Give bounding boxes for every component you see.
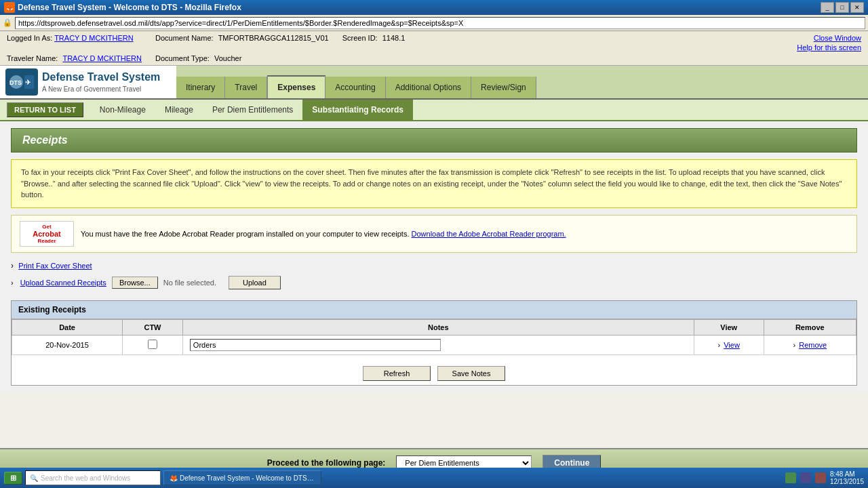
receipts-table-head: Date CTW Notes View Remove bbox=[12, 319, 856, 335]
receipts-content: Receipts To fax in your receipts click "… bbox=[0, 121, 868, 392]
nav-tab-review-sign[interactable]: Review/Sign bbox=[471, 77, 536, 98]
main-content: Receipts To fax in your receipts click "… bbox=[0, 121, 868, 448]
nav-tab-travel[interactable]: Travel bbox=[225, 77, 267, 98]
table-row: 20-Nov-2015 › View bbox=[12, 335, 856, 354]
title-bar: 🦊 Defense Travel System - Welcome to DTS… bbox=[0, 0, 868, 15]
col-header-date: Date bbox=[12, 319, 123, 335]
traveler-link[interactable]: TRACY D MCKITHERN bbox=[62, 54, 142, 62]
col-header-remove: Remove bbox=[764, 319, 856, 335]
sub-tab-per-diem[interactable]: Per Diem Entitlements bbox=[203, 100, 302, 120]
upload-bullet: › bbox=[11, 279, 14, 287]
help-link[interactable]: Help for this screen bbox=[797, 43, 861, 52]
remove-link[interactable]: Remove bbox=[799, 341, 827, 349]
window-title: Defense Travel System - Welcome to DTS -… bbox=[18, 3, 241, 12]
nav-tab-additional-options[interactable]: Additional Options bbox=[386, 77, 471, 98]
upload-button[interactable]: Upload bbox=[229, 276, 281, 289]
browse-button[interactable]: Browse... bbox=[112, 277, 158, 289]
col-header-view: View bbox=[694, 319, 764, 335]
sub-tab-non-mileage[interactable]: Non-Mileage bbox=[90, 100, 155, 120]
dts-logo-text: Defense Travel System A New Era of Gover… bbox=[42, 70, 160, 94]
fax-bullet: › bbox=[11, 261, 14, 270]
maximize-btn[interactable]: □ bbox=[835, 2, 849, 13]
adobe-download-link[interactable]: Download the Adobe Acrobat Reader progra… bbox=[412, 230, 566, 238]
row-date: 20-Nov-2015 bbox=[12, 335, 123, 354]
traveler-name-field: Traveler Name: TRACY D MCKITHERN bbox=[7, 54, 142, 62]
info-bar: Logged In As: TRACY D MCKITHERN Document… bbox=[0, 31, 868, 66]
view-link[interactable]: View bbox=[724, 341, 740, 349]
refresh-button[interactable]: Refresh bbox=[363, 366, 431, 381]
systray-icon-2 bbox=[800, 472, 811, 483]
nav-tab-itinerary[interactable]: Itinerary bbox=[176, 77, 225, 98]
dts-subtitle: A New Era of Government Travel bbox=[42, 85, 160, 94]
dts-title: Defense Travel System bbox=[42, 70, 160, 85]
proceed-label: Proceed to the following page: bbox=[267, 458, 386, 468]
search-placeholder: Search the web and Windows bbox=[41, 474, 130, 482]
screen-id-field: Screen ID: 1148.1 bbox=[342, 34, 784, 52]
active-window-label: Defense Travel System - Welcome to DTS -… bbox=[180, 474, 315, 482]
adobe-text-content: You must have the free Adobe Acrobat Rea… bbox=[81, 230, 566, 238]
user-link[interactable]: TRACY D MCKITHERN bbox=[54, 34, 134, 42]
svg-text:✈: ✈ bbox=[25, 79, 31, 86]
taskbar-right: 8:48 AM 12/13/2015 bbox=[785, 470, 864, 485]
clock: 8:48 AM 12/13/2015 bbox=[830, 470, 864, 485]
document-type-field: Document Type: Voucher bbox=[155, 54, 329, 62]
notes-input[interactable] bbox=[190, 339, 441, 351]
receipts-info-text: To fax in your receipts click "Print Fax… bbox=[21, 168, 842, 199]
row-view: › View bbox=[694, 335, 764, 354]
receipts-table-header-row: Date CTW Notes View Remove bbox=[12, 319, 856, 335]
receipts-info-box: To fax in your receipts click "Print Fax… bbox=[11, 159, 857, 208]
sub-tab-mileage[interactable]: Mileage bbox=[155, 100, 203, 120]
col-header-ctw: CTW bbox=[123, 319, 183, 335]
view-arrow: › bbox=[717, 341, 720, 349]
adobe-acrobat: Acrobat bbox=[33, 230, 61, 238]
date: 12/13/2015 bbox=[830, 478, 864, 485]
dts-logo: DTS ✈ Defense Travel System A New Era of… bbox=[0, 66, 176, 98]
taskbar: ⊞ 🔍 Search the web and Windows 🦊 Defense… bbox=[0, 468, 868, 488]
svg-text:DTS: DTS bbox=[9, 79, 22, 86]
upload-scanned-receipts-link[interactable]: Upload Scanned Receipts bbox=[20, 279, 106, 287]
receipts-heading: Receipts bbox=[11, 128, 857, 152]
address-bar: 🔒 bbox=[0, 15, 868, 31]
dts-header: DTS ✈ Defense Travel System A New Era of… bbox=[0, 66, 868, 100]
col-header-notes: Notes bbox=[182, 319, 694, 335]
minimize-btn[interactable]: _ bbox=[821, 2, 834, 13]
save-notes-button[interactable]: Save Notes bbox=[437, 366, 505, 381]
adobe-box: Get Acrobat Reader You must have the fre… bbox=[11, 215, 857, 253]
no-file-text: No file selected. bbox=[163, 279, 216, 287]
systray-icon-3 bbox=[815, 472, 826, 483]
document-name-field: Document Name: TMFORTBRAGGCA112815_V01 bbox=[155, 34, 329, 52]
adobe-get: Get bbox=[42, 224, 51, 230]
nav-tab-accounting[interactable]: Accounting bbox=[326, 77, 385, 98]
dts-logo-icon: DTS ✈ bbox=[5, 68, 38, 96]
nav-tab-expenses[interactable]: Expenses bbox=[267, 75, 326, 98]
logged-in-label: Logged In As: TRACY D MCKITHERN bbox=[7, 34, 142, 52]
browser-icon: 🦊 bbox=[4, 2, 15, 13]
url-input[interactable] bbox=[15, 17, 865, 29]
close-window-link[interactable]: Close Window bbox=[814, 34, 861, 42]
upload-row: › Upload Scanned Receipts Browse... No f… bbox=[11, 276, 857, 289]
receipts-table-body: 20-Nov-2015 › View bbox=[12, 335, 856, 354]
lock-icon: 🔒 bbox=[3, 18, 12, 27]
page-wrapper: 🦊 Defense Travel System - Welcome to DTS… bbox=[0, 0, 868, 488]
nav-tabs: Itinerary Travel Expenses Accounting Add… bbox=[176, 66, 868, 98]
adobe-logo: Get Acrobat Reader bbox=[20, 221, 74, 247]
window-controls: _ □ ✕ bbox=[821, 2, 864, 13]
receipts-table: Date CTW Notes View Remove 20-Nov-2015 bbox=[12, 319, 856, 355]
close-btn[interactable]: ✕ bbox=[850, 2, 864, 13]
adobe-description: You must have the free Adobe Acrobat Rea… bbox=[81, 230, 409, 238]
existing-receipts-header: Existing Receipts bbox=[12, 301, 856, 319]
taskbar-search[interactable]: 🔍 Search the web and Windows bbox=[25, 470, 161, 485]
action-buttons: Refresh Save Notes bbox=[12, 362, 856, 385]
fax-row: › Print Fax Cover Sheet bbox=[11, 261, 857, 270]
sub-tab-substantiating-records[interactable]: Substantiating Records bbox=[302, 100, 413, 120]
time: 8:48 AM bbox=[830, 470, 864, 478]
top-links: Close Window Help for this screen bbox=[797, 34, 861, 52]
remove-arrow: › bbox=[793, 341, 795, 349]
ctw-checkbox[interactable] bbox=[148, 340, 157, 349]
row-ctw bbox=[123, 335, 183, 354]
print-fax-link[interactable]: Print Fax Cover Sheet bbox=[18, 262, 92, 270]
row-notes-cell bbox=[182, 335, 694, 354]
start-button[interactable]: ⊞ bbox=[4, 472, 22, 485]
active-window-item[interactable]: 🦊 Defense Travel System - Welcome to DTS… bbox=[163, 470, 321, 485]
return-to-list-button[interactable]: RETURN TO LIST bbox=[7, 102, 83, 117]
